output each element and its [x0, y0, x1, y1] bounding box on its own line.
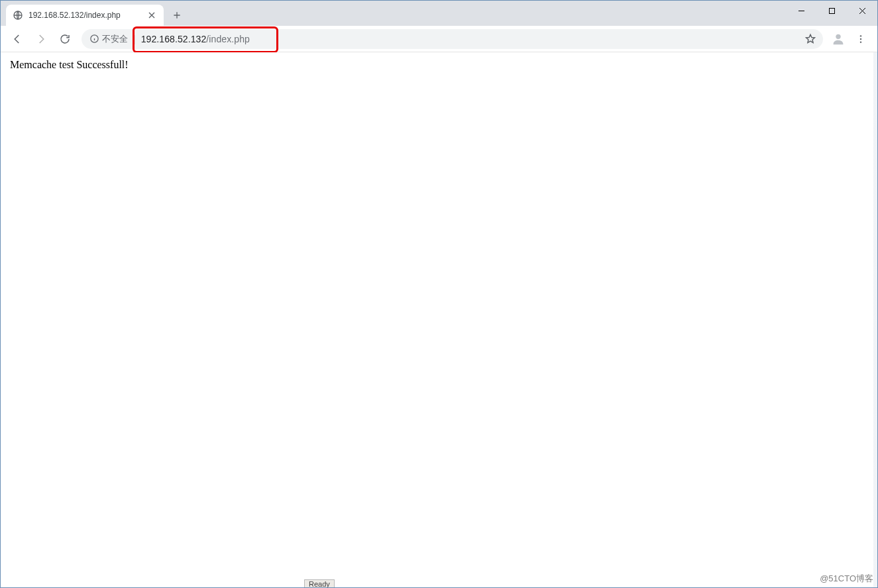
forward-button[interactable]: [30, 29, 52, 49]
svg-rect-1: [829, 8, 834, 13]
status-bar-fragment: Ready: [304, 579, 335, 588]
insecure-indicator[interactable]: 不安全: [89, 33, 128, 45]
window-maximize-button[interactable]: [816, 1, 847, 21]
svg-point-6: [860, 41, 861, 42]
insecure-label: 不安全: [102, 33, 128, 45]
url-path: /index.php: [206, 34, 250, 44]
url-text: 192.168.52.132/index.php: [141, 34, 250, 44]
url-host: 192.168.52.132: [141, 34, 207, 44]
new-tab-button[interactable]: [168, 6, 186, 24]
back-button[interactable]: [6, 29, 28, 49]
window-close-button[interactable]: [847, 1, 877, 21]
tab-title: 192.168.52.132/index.php: [28, 11, 141, 20]
reload-button[interactable]: [54, 29, 76, 49]
bookmark-star-icon[interactable]: [804, 33, 816, 45]
svg-point-4: [860, 35, 861, 36]
kebab-menu-icon[interactable]: [850, 29, 872, 49]
close-tab-icon[interactable]: [146, 10, 157, 21]
window-minimize-button[interactable]: [786, 1, 816, 21]
watermark-text: @51CTO博客: [820, 573, 873, 585]
nav-bar: 不安全 | 192.168.52.132/index.php: [1, 26, 877, 52]
right-edge-strip: [873, 52, 877, 587]
browser-tab[interactable]: 192.168.52.132/index.php: [6, 5, 164, 26]
page-body-text: Memcache test Successfull!: [10, 59, 129, 70]
profile-avatar-icon[interactable]: [828, 29, 848, 49]
window-controls: [786, 1, 877, 21]
address-bar[interactable]: 不安全 | 192.168.52.132/index.php: [82, 29, 823, 49]
page-content: Memcache test Successfull!: [1, 52, 877, 587]
globe-icon: [13, 10, 23, 21]
tab-strip: 192.168.52.132/index.php: [1, 1, 877, 26]
info-icon: [89, 34, 99, 44]
svg-point-5: [860, 38, 861, 39]
svg-point-3: [836, 34, 840, 38]
